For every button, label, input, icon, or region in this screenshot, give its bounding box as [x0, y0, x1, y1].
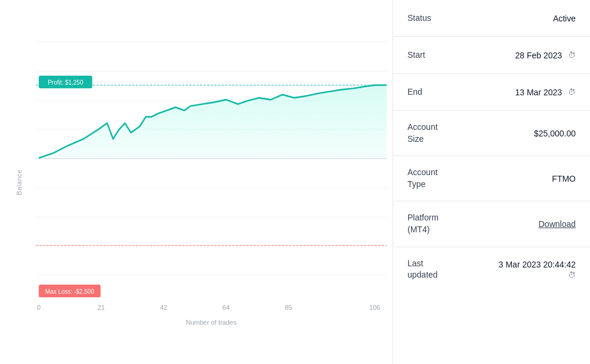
account-type-label: AccountType: [407, 167, 438, 190]
svg-text:64: 64: [223, 304, 230, 311]
svg-text:21: 21: [98, 304, 105, 311]
info-panel: Status Active Start 28 Feb 2023 ⏱ End 13…: [393, 0, 590, 364]
last-updated-clock-icon: ⏱: [568, 270, 576, 279]
download-link[interactable]: Download: [539, 219, 576, 229]
svg-rect-0: [36, 6, 387, 316]
last-updated-row: Lastupdated 3 Mar 2023 20:44:42 ⏱: [393, 247, 590, 292]
end-label: End: [407, 86, 422, 98]
status-row: Status Active: [393, 0, 590, 37]
svg-text:Profit: $1,250: Profit: $1,250: [48, 79, 83, 86]
x-axis-label: Number of trades: [36, 319, 387, 326]
account-size-row: AccountSize $25,000.00: [393, 111, 590, 156]
svg-text:85: 85: [285, 304, 292, 311]
end-value: 13 Mar 2023 ⏱: [515, 88, 576, 97]
chart-panel: ⊕ ⊖ 🔍 ⌂ ⊘ Balance: [0, 0, 393, 364]
y-axis-label: Balance: [16, 169, 23, 195]
svg-text:0: 0: [37, 304, 41, 311]
account-size-label: AccountSize: [407, 122, 438, 145]
chart-svg-area: 2000 1500 1000 500 0 −500 −1000 −1500 −2…: [36, 6, 387, 316]
end-row: End 13 Mar 2023 ⏱: [393, 74, 590, 111]
svg-text:Max Loss: -$2,500: Max Loss: -$2,500: [45, 288, 94, 294]
start-value: 28 Feb 2023 ⏱: [515, 51, 576, 60]
svg-text:42: 42: [160, 304, 167, 311]
last-updated-value: 3 Mar 2023 20:44:42 ⏱: [499, 260, 576, 279]
account-size-value: $25,000.00: [534, 129, 576, 138]
status-label: Status: [407, 13, 431, 24]
svg-text:106: 106: [369, 304, 380, 311]
start-label: Start: [407, 49, 425, 61]
end-clock-icon: ⏱: [568, 88, 576, 97]
platform-label: Platform(MT4): [407, 212, 438, 235]
account-type-value: FTMO: [552, 174, 576, 183]
status-value: Active: [553, 14, 576, 23]
last-updated-label: Lastupdated: [407, 258, 438, 281]
platform-row: Platform(MT4) Download: [393, 201, 590, 247]
account-type-row: AccountType FTMO: [393, 156, 590, 201]
start-clock-icon: ⏱: [568, 51, 576, 60]
platform-value: Download: [539, 219, 576, 229]
start-row: Start 28 Feb 2023 ⏱: [393, 37, 590, 74]
